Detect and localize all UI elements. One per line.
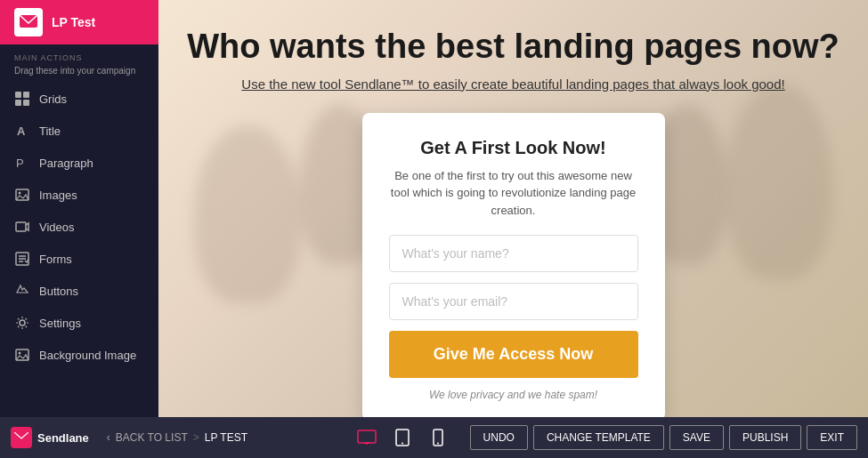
- svg-point-8: [19, 192, 21, 195]
- bg-image-icon: [14, 347, 30, 363]
- sidebar-item-images-label: Images: [39, 189, 77, 202]
- headline-suffix: now?: [742, 28, 840, 65]
- sidebar-item-buttons[interactable]: Buttons: [0, 275, 158, 307]
- form-icon: [14, 251, 30, 267]
- change-template-button[interactable]: CHANGE TEMPLATE: [533, 425, 664, 450]
- headline-prefix: Who wants the: [187, 28, 435, 65]
- title-icon: A: [14, 123, 30, 139]
- publish-button[interactable]: PUBLISH: [729, 425, 801, 450]
- svg-rect-18: [358, 430, 376, 443]
- sidebar-header: LP Test: [0, 0, 158, 44]
- name-input[interactable]: [389, 235, 638, 272]
- sidebar: LP Test MAIN ACTIONS Drag these into you…: [0, 0, 158, 417]
- back-to-list-link[interactable]: ‹ BACK TO LIST: [107, 431, 188, 444]
- bottom-logo-text: Sendlane: [37, 431, 89, 445]
- current-page-label: LP TEST: [205, 431, 247, 444]
- bottom-actions: UNDO CHANGE TEMPLATE SAVE PUBLISH EXIT: [470, 425, 857, 450]
- form-privacy-text: We love privacy and we hate spam!: [389, 389, 638, 401]
- bottom-logo: Sendlane: [11, 427, 89, 448]
- button-icon: [14, 283, 30, 299]
- sidebar-item-videos-label: Videos: [39, 221, 75, 234]
- sidebar-section-sublabel: Drag these into your campaign: [0, 64, 158, 83]
- chevron-left-icon: ‹: [107, 431, 110, 444]
- svg-point-24: [437, 443, 439, 445]
- svg-rect-2: [23, 92, 29, 98]
- grid-icon: [14, 91, 30, 107]
- main-area: LP Test MAIN ACTIONS Drag these into you…: [0, 0, 868, 417]
- undo-button[interactable]: UNDO: [470, 425, 528, 450]
- sidebar-item-title[interactable]: A Title: [0, 115, 158, 147]
- content-area: Who wants the best landing pages now? Us…: [158, 0, 868, 417]
- mobile-icon[interactable]: [424, 423, 452, 452]
- sidebar-item-title-label: Title: [39, 125, 61, 138]
- sidebar-item-forms[interactable]: Forms: [0, 243, 158, 275]
- sidebar-item-settings-label: Settings: [39, 317, 81, 330]
- sidebar-item-paragraph-label: Paragraph: [39, 157, 93, 170]
- sidebar-item-background-image[interactable]: Background Image: [0, 339, 158, 371]
- bottom-bar: Sendlane ‹ BACK TO LIST > LP TEST UNDO C…: [0, 417, 868, 458]
- sidebar-item-grids[interactable]: Grids: [0, 83, 158, 115]
- video-icon: [14, 219, 30, 235]
- svg-point-22: [402, 443, 403, 445]
- svg-text:P: P: [16, 157, 24, 170]
- submit-button[interactable]: Give Me Access Now: [389, 331, 638, 378]
- paragraph-icon: P: [14, 155, 30, 171]
- save-button[interactable]: SAVE: [669, 425, 724, 450]
- sidebar-logo-icon: [14, 8, 43, 36]
- nav-separator: >: [193, 431, 199, 444]
- page-headline: Who wants the best landing pages now?: [187, 27, 840, 68]
- headline-bold: best landing pages: [435, 28, 742, 65]
- sidebar-item-settings[interactable]: Settings: [0, 307, 158, 339]
- image-icon: [14, 187, 30, 203]
- svg-point-16: [19, 352, 21, 355]
- bottom-logo-icon: [11, 427, 32, 448]
- sidebar-item-background-image-label: Background Image: [39, 349, 136, 362]
- settings-icon: [14, 315, 30, 331]
- sidebar-item-buttons-label: Buttons: [39, 285, 78, 298]
- form-card: Get A First Look Now! Be one of the firs…: [362, 113, 665, 417]
- subtext-underline: always: [678, 76, 719, 92]
- svg-point-14: [20, 320, 25, 325]
- svg-rect-9: [16, 222, 26, 231]
- subtext-prefix: Use the new tool Sendlane™ to easily cre…: [241, 76, 678, 92]
- subtext-suffix: look good!: [719, 76, 784, 92]
- sidebar-title: LP Test: [52, 15, 95, 29]
- sidebar-section-label: MAIN ACTIONS: [0, 44, 158, 64]
- sidebar-item-paragraph[interactable]: P Paragraph: [0, 147, 158, 179]
- svg-rect-4: [23, 100, 29, 106]
- sidebar-item-grids-label: Grids: [39, 92, 67, 106]
- form-card-title: Get A First Look Now!: [389, 138, 638, 158]
- sidebar-item-images[interactable]: Images: [0, 179, 158, 211]
- svg-text:A: A: [17, 125, 26, 138]
- desktop-icon[interactable]: [353, 423, 381, 452]
- app-wrapper: LP Test MAIN ACTIONS Drag these into you…: [0, 0, 868, 458]
- form-card-description: Be one of the first to try out this awes…: [389, 167, 638, 220]
- sidebar-item-videos[interactable]: Videos: [0, 211, 158, 243]
- bg-figure-left: [194, 125, 301, 303]
- tablet-icon[interactable]: [388, 423, 417, 452]
- svg-rect-1: [15, 92, 21, 98]
- sidebar-item-forms-label: Forms: [39, 253, 72, 266]
- email-input[interactable]: [389, 283, 638, 320]
- canvas-bg: Who wants the best landing pages now? Us…: [158, 0, 868, 417]
- bg-figure-right: [726, 84, 832, 279]
- exit-button[interactable]: EXIT: [807, 425, 857, 450]
- page-subtext: Use the new tool Sendlane™ to easily cre…: [241, 76, 784, 92]
- svg-rect-3: [15, 100, 21, 106]
- back-to-list-label: BACK TO LIST: [116, 431, 188, 444]
- device-icons: [353, 423, 452, 452]
